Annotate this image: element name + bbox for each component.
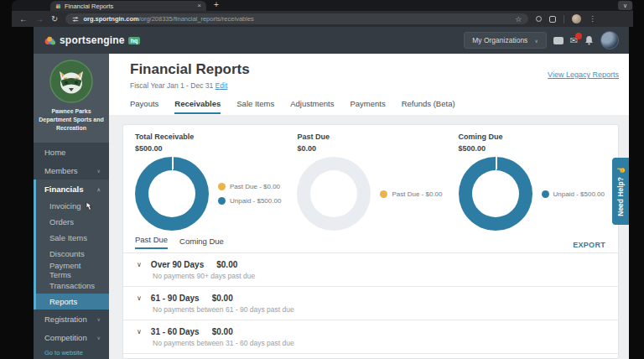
page-header: Financial Reports Fiscal Year Jan 1 - De… <box>109 54 629 115</box>
charts-row: Total Receivable $500.00 Past Due - $0.0… <box>123 125 618 231</box>
tab-close-icon[interactable]: × <box>197 3 201 9</box>
aging-note: No payments between 31 - 60 days past du… <box>153 339 606 347</box>
site-settings-icon[interactable] <box>72 16 79 23</box>
report-tabs: Payouts Receivables Sale Items Adjustmen… <box>130 99 629 114</box>
chart-total-receivable: Total Receivable $500.00 Past Due - $0.0… <box>135 132 281 231</box>
receivables-card: Total Receivable $500.00 Past Due - $0.0… <box>122 124 619 359</box>
legend-item: Unpaid - $500.00 <box>542 190 605 198</box>
brand-name: sportsengine <box>60 34 125 46</box>
tab-sale-items[interactable]: Sale Items <box>236 99 274 114</box>
legend-dot-past-due <box>380 190 387 198</box>
legend-dot-past-due <box>218 183 226 190</box>
aging-row-61-90[interactable]: ∨ 61 - 90 Days $0.00 No payments between… <box>123 287 618 320</box>
donut-coming-due <box>459 157 532 231</box>
legend-dot-unpaid <box>542 190 549 198</box>
tab-refunds-beta[interactable]: Refunds (Beta) <box>402 99 455 114</box>
aging-note: No payments 90+ days past due <box>153 272 606 280</box>
chevron-down-icon[interactable]: ∨ <box>137 294 142 302</box>
aging-note: No payments between 61 - 90 days past du… <box>153 305 606 314</box>
chevron-down-icon: ∨ <box>97 316 101 322</box>
my-organizations-dropdown[interactable]: My Organizations ∨ <box>464 32 547 49</box>
sidebar-item-reports[interactable]: Reports <box>36 294 109 310</box>
pointing-hand-icon: ☝ <box>616 166 625 175</box>
chart-title: Coming Due <box>459 132 605 143</box>
sidebar-item-invoicing[interactable]: Invoicing <box>36 198 109 214</box>
view-legacy-reports-link[interactable]: View Legacy Reports <box>548 70 619 79</box>
financials-group: Financials∧ Invoicing Orders Sale Items … <box>34 180 109 310</box>
hq-badge: hq <box>128 37 141 44</box>
unread-badge <box>575 33 582 39</box>
browser-profile-avatar[interactable] <box>572 14 581 23</box>
sidebar-item-transactions[interactable]: Transactions <box>36 278 109 294</box>
chart-amount: $0.00 <box>297 143 442 155</box>
sidebar-item-registration[interactable]: Registration∨ <box>34 310 109 328</box>
sidebar-item-financials[interactable]: Financials∧ <box>36 180 109 198</box>
tab-receivables[interactable]: Receivables <box>174 99 221 114</box>
chevron-down-icon: ∨ <box>534 38 538 44</box>
back-icon[interactable]: ← <box>19 15 28 23</box>
chart-title: Total Receivable <box>135 132 281 143</box>
bookmark-star-icon[interactable]: ☆ <box>515 15 522 23</box>
legend-item: Past Due - $0.00 <box>218 183 281 190</box>
chevron-down-icon: ∨ <box>97 168 101 174</box>
window-chevron-button[interactable]: ∨ <box>618 1 632 10</box>
sportsengine-logo[interactable]: sportsengine hq <box>44 34 140 46</box>
bell-icon[interactable] <box>584 35 594 45</box>
mouse-cursor <box>83 201 93 213</box>
subtab-row: Past Due Coming Due EXPORT <box>123 231 618 249</box>
subtab-past-due[interactable]: Past Due <box>135 235 168 249</box>
legend-item: Unpaid - $500.00 <box>218 197 281 205</box>
tab-payments[interactable]: Payments <box>350 99 385 114</box>
fiscal-year-row: Fiscal Year Jan 1 - Dec 31 Edit <box>130 81 629 90</box>
new-tab-button[interactable]: + <box>214 1 219 9</box>
chart-amount: $500.00 <box>135 143 281 155</box>
legend: Past Due - $0.00 Unpaid - $500.00 <box>218 183 281 205</box>
sidebar-item-home[interactable]: Home <box>34 143 109 161</box>
messages-icon[interactable]: ✉ <box>570 36 578 45</box>
org-block: Pawnee Parks Department Sports and Recre… <box>34 54 109 143</box>
sidebar-item-discounts[interactable]: Discounts <box>36 246 109 262</box>
browser-menu-icon[interactable]: ⋮ <box>589 15 595 23</box>
subtab-coming-due[interactable]: Coming Due <box>179 237 224 249</box>
app-header: sportsengine hq My Organizations ∨ ✉ <box>34 27 629 54</box>
chart-past-due: Past Due $0.00 Past Due - $0.00 <box>297 132 442 231</box>
aging-row-over-90[interactable]: ∨ Over 90 Days $0.00 No payments 90+ day… <box>123 253 618 287</box>
chart-title: Past Due <box>297 132 442 143</box>
chevron-down-icon[interactable]: ∨ <box>137 328 142 336</box>
forward-icon[interactable]: → <box>35 15 44 23</box>
sidebar-item-orders[interactable]: Orders <box>36 214 109 230</box>
refresh-icon[interactable]: ↻ <box>51 15 58 23</box>
tab-adjustments[interactable]: Adjustments <box>290 99 334 114</box>
sidebar-item-competition[interactable]: Competition∨ <box>34 328 109 346</box>
aging-row-31-60[interactable]: ∨ 31 - 60 Days $0.00 No payments between… <box>123 320 618 354</box>
sidebar-item-payment-terms[interactable]: Payment Terms <box>36 262 109 278</box>
sidebar-item-sale-items[interactable]: Sale Items <box>36 230 109 246</box>
extension-circle-icon[interactable] <box>536 16 542 22</box>
tab-title: Financial Reports <box>65 3 194 10</box>
go-to-website-link[interactable]: Go to website <box>34 346 109 359</box>
tab-groups-icon[interactable] <box>549 16 556 23</box>
toolbar-divider <box>564 15 564 23</box>
legend-dot-unpaid <box>218 197 226 205</box>
edit-fiscal-link[interactable]: Edit <box>216 81 228 90</box>
sportsengine-cloud-icon <box>44 36 56 45</box>
chart-coming-due: Coming Due $500.00 Unpaid - $500.00 <box>459 132 605 231</box>
browser-tab[interactable]: Financial Reports × <box>50 1 206 11</box>
legend: Past Due - $0.00 <box>380 190 442 198</box>
browser-toolbar: ← → ↻ org.sportngin.com/org/208335/finan… <box>12 11 633 27</box>
url-text: org.sportngin.com/org/208335/financial_r… <box>83 15 511 23</box>
user-avatar[interactable] <box>600 31 619 49</box>
export-button[interactable]: EXPORT <box>573 241 605 249</box>
chevron-down-icon[interactable]: ∨ <box>137 261 142 268</box>
chat-icon[interactable] <box>553 37 564 44</box>
tab-payouts[interactable]: Payouts <box>130 99 158 114</box>
org-logo-raccoon <box>49 60 93 103</box>
url-path: /org/208335/financial_reports/receivable… <box>139 15 254 23</box>
legend: Unpaid - $500.00 <box>542 190 605 198</box>
donut-past-due <box>297 157 371 231</box>
url-domain: org.sportngin.com <box>83 15 138 23</box>
need-help-tab[interactable]: Need Help? ☝ <box>612 158 629 225</box>
donut-total-receivable <box>135 157 209 231</box>
sidebar-item-members[interactable]: Members∨ <box>34 161 109 180</box>
address-bar[interactable]: org.sportngin.com/org/208335/financial_r… <box>65 13 528 24</box>
